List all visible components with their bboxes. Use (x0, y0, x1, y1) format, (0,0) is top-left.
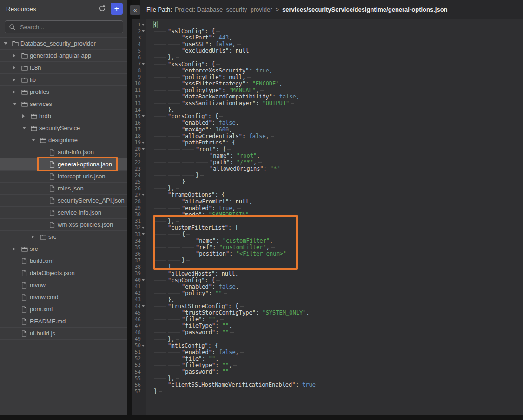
expand-toggle[interactable] (4, 42, 12, 45)
code-line-45[interactable]: "trustStoreConfigType": "SYSTEM_ONLY", (154, 309, 523, 316)
code-line-21[interactable]: "name": "root", (154, 152, 523, 159)
tree-item-mvnw-cmd[interactable]: mvnw.cmd (0, 291, 127, 303)
tree-item-src[interactable]: src (0, 231, 127, 243)
code-line-26[interactable]: }, (154, 185, 523, 191)
code-line-6[interactable]: }, (154, 54, 523, 60)
expand-toggle[interactable] (13, 103, 21, 105)
code-line-28[interactable]: "allowFromUrl": null, (154, 198, 523, 205)
code-line-49[interactable]: }, (154, 336, 523, 342)
code-line-25[interactable]: } (154, 178, 523, 185)
tree-item-database-security-provider[interactable]: Database_security_provider (0, 38, 127, 50)
code-line-23[interactable]: "allowedOrigins": "*" (154, 165, 523, 172)
tree-item-securityservice[interactable]: securityService (0, 122, 127, 134)
code-area[interactable]: {"sslConfig": {"sslPort": 443,"useSSL": … (146, 19, 523, 415)
bottom-scrollbar[interactable] (0, 415, 523, 420)
code-line-31[interactable]: }, (154, 218, 523, 224)
tree-item-src[interactable]: src (0, 243, 127, 255)
code-line-16[interactable]: "enabled": false, (154, 119, 523, 126)
code-line-20[interactable]: "root": { (154, 146, 523, 152)
tree-item-i18n[interactable]: i18n (0, 62, 127, 74)
tree-item-services[interactable]: services (0, 98, 127, 110)
expand-toggle[interactable] (13, 78, 21, 82)
code-line-44[interactable]: "trustStoreConfig": { (154, 303, 523, 309)
code-line-42[interactable]: "policy": "" (154, 290, 523, 296)
code-line-34[interactable]: "name": "customFilter", (154, 237, 523, 244)
tree-item-readme-md[interactable]: README.md (0, 315, 127, 328)
tree-item-hrdb[interactable]: hrdb (0, 110, 127, 122)
code-line-43[interactable]: }, (154, 296, 523, 303)
code-line-29[interactable]: "enabled": true, (154, 205, 523, 211)
tree-item-mvnw[interactable]: mvnw (0, 279, 127, 291)
code-line-9[interactable]: "policyFile": null, (154, 74, 523, 80)
code-line-3[interactable]: "sslPort": 443, (154, 34, 523, 41)
code-line-40[interactable]: "cspConfig": { (154, 277, 523, 283)
code-line-35[interactable]: "ref": "customFilter", (154, 244, 523, 250)
fold-toggle[interactable] (141, 303, 146, 309)
code-line-8[interactable]: "enforceXssSecurity": true, (154, 67, 523, 74)
code-line-37[interactable]: } (154, 257, 523, 263)
tree-item-roles-json[interactable]: roles.json (0, 183, 127, 195)
tree-item-lib[interactable]: lib (0, 74, 127, 86)
fold-toggle[interactable] (141, 28, 146, 34)
expand-toggle[interactable] (13, 54, 21, 58)
expand-toggle[interactable] (13, 66, 21, 70)
add-button[interactable]: + (111, 3, 123, 15)
code-line-51[interactable]: "enabled": false, (154, 349, 523, 355)
tree-item-intercept-urls-json[interactable]: intercept-urls.json (0, 171, 127, 183)
code-line-36[interactable]: "position": "<Filter enum>" (154, 250, 523, 257)
fold-toggle[interactable] (141, 146, 146, 152)
code-line-11[interactable]: "policyType": "MANUAL", (154, 87, 523, 93)
code-line-46[interactable]: "file": "", (154, 316, 523, 322)
fold-toggle[interactable] (141, 61, 146, 67)
tree-item-securityservice-api-json[interactable]: securityService_API.json (0, 195, 127, 207)
code-line-10[interactable]: "xssFilterStrategy": "ENCODE", (154, 80, 523, 87)
code-line-22[interactable]: "path": "/**", (154, 159, 523, 165)
tree-item-generated-angular-app[interactable]: generated-angular-app (0, 50, 127, 62)
code-line-57[interactable]: } (154, 388, 523, 394)
fold-toggle[interactable] (141, 113, 146, 119)
code-line-52[interactable]: "file": "", (154, 355, 523, 362)
code-line-56[interactable]: "clientSSLHostNameVerificationEnabled": … (154, 381, 523, 388)
tree-item-auth-info-json[interactable]: auth-info.json (0, 146, 127, 158)
code-line-5[interactable]: "excludedUrls": null (154, 47, 523, 54)
code-line-47[interactable]: "fileType": "", (154, 322, 523, 329)
fold-toggle[interactable] (141, 191, 146, 198)
search-input[interactable] (19, 23, 119, 31)
tree-item-profiles[interactable]: profiles (0, 86, 127, 98)
fold-toggle[interactable] (141, 231, 146, 237)
code-line-53[interactable]: "fileType": "", (154, 362, 523, 368)
code-line-38[interactable]: ], (154, 263, 523, 270)
tree-item-pom-xml[interactable]: pom.xml (0, 303, 127, 315)
panel-scrollbar[interactable] (127, 0, 132, 415)
code-line-55[interactable]: }, (154, 375, 523, 381)
fold-toggle[interactable] (141, 277, 146, 283)
code-line-7[interactable]: "xssConfig": { (154, 61, 523, 67)
code-line-17[interactable]: "maxAge": 1600, (154, 126, 523, 133)
code-line-19[interactable]: "pathEntries": { (154, 139, 523, 146)
tree-item-designtime[interactable]: designtime (0, 134, 127, 146)
code-line-18[interactable]: "allowCredentials": false, (154, 133, 523, 139)
fold-toggle[interactable] (141, 21, 146, 28)
tree-item-service-info-json[interactable]: service-info.json (0, 207, 127, 219)
code-line-4[interactable]: "useSSL": false, (154, 41, 523, 47)
code-line-12[interactable]: "dataBackwardCompatibility": false, (154, 93, 523, 100)
code-line-15[interactable]: "corsConfig": { (154, 113, 523, 119)
code-line-41[interactable]: "enabled": false, (154, 283, 523, 290)
code-line-2[interactable]: "sslConfig": { (154, 28, 523, 34)
refresh-button[interactable] (98, 4, 107, 13)
expand-toggle[interactable] (32, 139, 40, 141)
code-line-50[interactable]: "mtlsConfig": { (154, 342, 523, 349)
code-line-33[interactable]: { (154, 231, 523, 237)
expand-toggle[interactable] (13, 90, 21, 94)
expand-toggle[interactable] (13, 247, 21, 251)
expand-toggle[interactable] (22, 127, 31, 129)
fold-toggle[interactable] (141, 224, 146, 231)
code-line-24[interactable]: } (154, 172, 523, 178)
code-line-27[interactable]: "frameOptions": { (154, 191, 523, 198)
fold-toggle[interactable] (141, 139, 146, 146)
code-line-30[interactable]: "mode": "SAMEORIGIN" (154, 211, 523, 218)
code-line-14[interactable]: }, (154, 106, 523, 113)
code-line-32[interactable]: "customFilterList": [ (154, 224, 523, 231)
expand-toggle[interactable] (32, 235, 40, 239)
tree-item-build-xml[interactable]: build.xml (0, 255, 127, 267)
